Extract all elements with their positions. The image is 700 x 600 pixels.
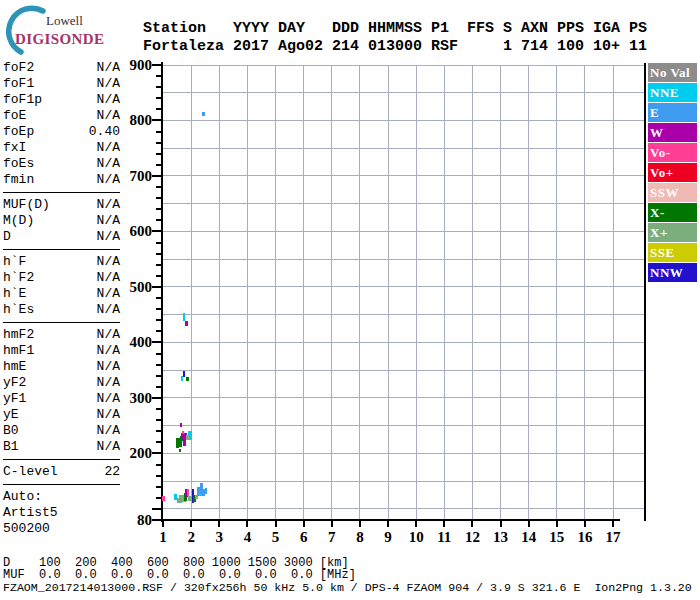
x-tick (331, 521, 333, 527)
echo-point (181, 376, 183, 381)
h-gridline (163, 259, 646, 260)
x-tick (303, 521, 305, 527)
legend-label: X+ (650, 225, 668, 240)
y-major-tick (152, 175, 161, 177)
v-gridline (416, 65, 417, 520)
echo-point (182, 431, 184, 434)
x-tick-label: 1 (151, 529, 175, 545)
x-axis (161, 519, 620, 521)
h-gridline (163, 148, 646, 149)
x-tick-label: 17 (601, 529, 625, 545)
h-gridline (163, 397, 646, 398)
h-gridline (163, 342, 646, 343)
x-tick-label: 15 (545, 529, 569, 545)
echo-point (185, 321, 188, 326)
y-minor-tick (156, 486, 161, 488)
y-minor-tick (156, 464, 161, 466)
h-gridline (163, 508, 646, 509)
y-major-tick (152, 119, 161, 121)
h-gridline (163, 92, 646, 93)
y-minor-tick (156, 164, 161, 166)
x-tick (556, 521, 558, 527)
y-minor-tick (156, 275, 161, 277)
y-minor-tick (156, 253, 161, 255)
y-minor-tick (156, 75, 161, 77)
y-major-tick (152, 341, 161, 343)
x-tick-label: 2 (179, 529, 203, 545)
h-gridline (163, 453, 646, 454)
legend-label: SSE (650, 245, 675, 260)
x-tick (500, 521, 502, 527)
h-gridline (163, 203, 646, 204)
digisonde-ionogram-viewer: Lowell DIGISONDE Station YYYY DAY DDD HH… (0, 0, 700, 600)
y-minor-tick (156, 430, 161, 432)
h-gridline (163, 231, 646, 232)
h-gridline (163, 370, 646, 371)
y-minor-tick (156, 308, 161, 310)
legend-label: E (650, 105, 659, 120)
v-gridline (303, 65, 304, 520)
y-minor-tick (156, 353, 161, 355)
legend-swatch: SSW (648, 183, 697, 202)
y-major-tick (152, 64, 161, 66)
x-tick-label: 13 (489, 529, 513, 545)
y-major-tick (152, 230, 161, 232)
y-tick-label: 800 (107, 112, 152, 129)
echo-point (202, 112, 205, 116)
y-minor-tick (156, 219, 161, 221)
x-tick (190, 521, 192, 527)
v-gridline (219, 65, 220, 520)
y-tick-label: 500 (107, 279, 152, 296)
y-minor-tick (156, 242, 161, 244)
echo-point (180, 423, 182, 427)
x-tick (359, 521, 361, 527)
x-tick-label: 14 (517, 529, 541, 545)
muf-row: MUF 0.0 0.0 0.0 0.0 0.0 0.0 0.0 0.0 [MHz… (3, 568, 356, 582)
v-gridline (613, 65, 614, 520)
y-axis (161, 62, 163, 522)
y-major-tick (152, 452, 161, 454)
y-minor-tick (156, 297, 161, 299)
v-gridline (359, 65, 360, 520)
y-minor-tick (156, 441, 161, 443)
legend-swatch: W (648, 123, 697, 142)
x-tick (528, 521, 530, 527)
x-tick (246, 521, 248, 527)
x-tick (162, 521, 164, 527)
legend-swatch: SSE (648, 243, 697, 262)
y-major-tick (152, 519, 161, 521)
x-tick (612, 521, 614, 527)
v-gridline (247, 65, 248, 520)
x-tick-label: 5 (264, 529, 288, 545)
y-tick-label: 900 (107, 57, 152, 74)
legend-swatch: Vo- (648, 143, 697, 162)
legend-label: NNE (650, 85, 679, 100)
echo-point (187, 489, 189, 496)
y-minor-tick (156, 364, 161, 366)
legend-label: Vo+ (650, 165, 674, 180)
y-minor-tick (156, 319, 161, 321)
y-minor-tick (156, 153, 161, 155)
y-major-tick (152, 397, 161, 399)
x-tick-label: 11 (432, 529, 456, 545)
v-gridline (191, 65, 192, 520)
footer-status-line: FZAOM_2017214013000.RSF / 320fx256h 50 k… (3, 581, 692, 594)
legend-swatch: No Val (648, 63, 697, 82)
v-gridline (388, 65, 389, 520)
x-tick-label: 12 (460, 529, 484, 545)
legend-label: X- (650, 205, 665, 220)
y-tick-label: 600 (107, 223, 152, 240)
v-gridline (584, 65, 585, 520)
h-gridline (163, 120, 646, 121)
y-minor-tick (156, 497, 161, 499)
v-gridline (556, 65, 557, 520)
legend-label: SSW (650, 185, 679, 200)
v-gridline (528, 65, 529, 520)
legend-swatch: E (648, 103, 697, 122)
v-gridline (444, 65, 445, 520)
legend-swatch: Vo+ (648, 163, 697, 182)
h-gridline (163, 481, 646, 482)
echo-point (162, 496, 165, 501)
y-minor-tick (156, 108, 161, 110)
y-tick-label: 700 (107, 168, 152, 185)
